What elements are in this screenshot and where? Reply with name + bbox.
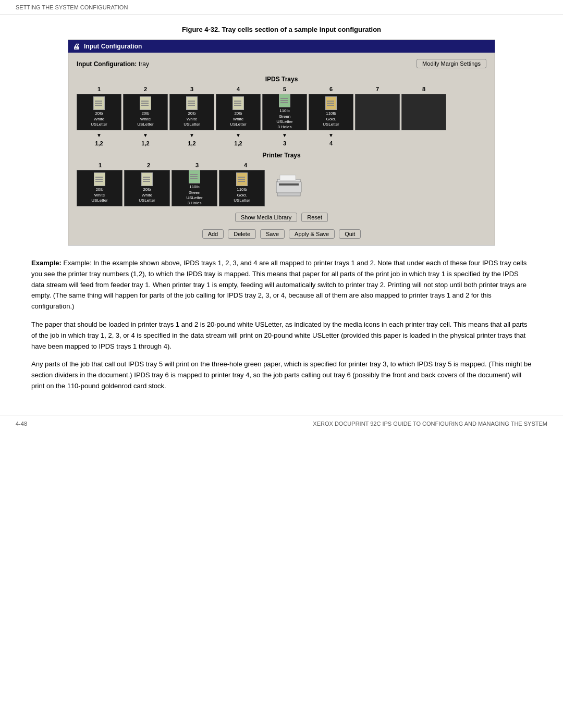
tray4-label: 20lbWhiteUSLetter [230,111,247,127]
ipds-tray-7[interactable] [355,94,400,130]
printer-trays-section: Printer Trays 1 2 3 4 [77,152,486,206]
paper-icon-1 [93,96,105,110]
add-button[interactable]: Add [202,229,224,239]
ipds-col-1: 1 [77,86,121,92]
printer-tray1-label: 20lbWhiteUSLetter [91,187,108,203]
ipds-map-2: ▼ 1,2 [123,132,168,146]
ipds-map-1: ▼ 1,2 [77,132,121,146]
tray2-label: 20lbWhiteUSLetter [137,111,154,127]
page-container: SETTING THE SYSTEM CONFIGURATION Figure … [0,0,563,728]
tray1-label: 20lbWhiteUSLetter [91,111,107,127]
figure-title: Figure 4-32. Tray cells section of a sam… [31,26,532,33]
printer-section-header: Printer Trays [77,152,486,159]
printer-tray-cells: 20lbWhiteUSLetter 20lbWh [77,170,486,206]
printer-tray4-label: 110lbGold.USLetter [234,187,250,203]
printer-col-1: 1 [77,162,124,168]
media-lib-row: Show Media Library Reset [77,213,486,222]
ipds-tray-3[interactable]: 20lbWhiteUSLetter [169,94,214,130]
ipds-col-headers: 1 2 3 4 5 6 7 8 [77,86,486,92]
explanation-para1: Example: Example: In the example shown a… [31,258,532,312]
ipds-mappings-row: ▼ 1,2 ▼ 1,2 ▼ 1,2 ▼ 1,2 [77,132,486,146]
bottom-button-row: Add Delete Save Apply & Save Quit [77,229,486,239]
printer-tray-1[interactable]: 20lbWhiteUSLetter [77,170,123,206]
printer-paper-1 [94,172,105,186]
explanation-para3: Any parts of the job that call out IPDS … [31,359,532,391]
footer: 4-48 XEROX DOCUPRINT 92C IPS GUIDE TO CO… [0,415,563,432]
ipds-col-7: 7 [355,86,400,92]
ipds-map-5: ▼ 3 [262,132,307,146]
tray5-label: 110lbGreenUSLetter3 Holes [276,108,293,130]
footer-title: XEROX DOCUPRINT 92C IPS GUIDE TO CONFIGU… [313,421,547,427]
header-text: SETTING THE SYSTEM CONFIGURATION [16,4,128,10]
ic-label: Input Configuration: [77,60,137,68]
dialog-box: 🖨 Input Configuration Input Configuratio… [68,40,495,245]
svg-rect-2 [279,183,299,186]
printer-device-icon [275,171,303,206]
dialog-icon: 🖨 [72,42,80,51]
ipds-map-7 [355,132,400,146]
paper-icon-4 [232,96,244,110]
figure-number: Figure 4-32. [182,26,220,33]
printer-col-headers: 1 2 3 4 [77,162,486,168]
ipds-map-4: ▼ 1,2 [216,132,261,146]
ipds-tray-5[interactable]: 110lbGreenUSLetter3 Holes [262,94,307,130]
printer-col-4: 4 [222,162,269,168]
ipds-col-4: 4 [216,86,261,92]
paper-icon-3 [186,96,198,110]
ipds-tray-8[interactable] [401,94,446,130]
explanation-section: Example: Example: In the example shown a… [31,258,532,392]
ipds-tray-4[interactable]: 20lbWhiteUSLetter [216,94,261,130]
ipds-col-8: 8 [401,86,446,92]
modify-margin-button[interactable]: Modify Margin Settings [417,59,486,68]
paper-icon-5 [279,94,290,107]
printer-tray2-label: 20lbWhiteUSLetter [139,187,155,203]
printer-tray-3[interactable]: 110lbGreenUSLetter3 Holes [172,170,217,206]
ipds-col-2: 2 [123,86,168,92]
printer-tray-4[interactable]: 110lbGold.USLetter [219,170,265,206]
ic-value: tray [139,60,149,68]
ipds-col-3: 3 [169,86,214,92]
explanation-text1: Example: In the example shown above, IPD… [31,259,527,310]
ipds-col-5: 5 [262,86,307,92]
svg-rect-4 [280,175,296,180]
dialog-body: Input Configuration: tray Modify Margin … [68,53,495,245]
apply-save-button[interactable]: Apply & Save [289,229,335,239]
ipds-tray-2[interactable]: 20lbWhiteUSLetter [123,94,168,130]
printer-paper-3 [189,170,200,183]
footer-page-number: 4-48 [16,421,27,427]
ipds-tray-1[interactable]: 20lbWhiteUSLetter [77,94,121,130]
ipds-map-6: ▼ 4 [309,132,353,146]
show-media-library-button[interactable]: Show Media Library [235,213,297,222]
ipds-map-8 [401,132,446,146]
tray6-label: 110lbGold.USLetter [323,111,339,127]
ipds-col-6: 6 [309,86,353,92]
svg-rect-1 [276,181,301,193]
ipds-tray-cells: 20lbWhiteUSLetter 20lbWhiteUSLetter [77,94,486,130]
dialog-title: Input Configuration [84,43,142,50]
figure-title-text: Tray cells section of a sample input con… [222,26,382,33]
example-label: Example: [31,259,62,267]
reset-button[interactable]: Reset [301,213,328,222]
printer-tray3-label: 110lbGreenUSLetter3 Holes [186,184,203,206]
save-button[interactable]: Save [260,229,285,239]
ipds-tray-6[interactable]: 110lbGold.USLetter [309,94,353,130]
top-header: SETTING THE SYSTEM CONFIGURATION [0,0,563,15]
dialog-titlebar: 🖨 Input Configuration [68,40,495,53]
printer-paper-2 [141,172,153,186]
printer-paper-4 [236,172,248,186]
printer-col-3: 3 [174,162,221,168]
main-content: Figure 4-32. Tray cells section of a sam… [0,15,563,415]
paper-icon-6 [325,96,337,110]
ic-row: Input Configuration: tray Modify Margin … [77,59,486,68]
quit-button[interactable]: Quit [339,229,361,239]
delete-button[interactable]: Delete [228,229,256,239]
ic-label-group: Input Configuration: tray [77,60,149,68]
paper-icon-2 [140,96,151,110]
printer-svg [275,171,303,205]
ipds-map-3: ▼ 1,2 [169,132,214,146]
explanation-para2: The paper that should be loaded in print… [31,319,532,352]
printer-tray-2[interactable]: 20lbWhiteUSLetter [124,170,170,206]
ipds-section-header: IPDS Trays [77,76,486,83]
printer-col-2: 2 [125,162,172,168]
tray3-label: 20lbWhiteUSLetter [183,111,200,127]
